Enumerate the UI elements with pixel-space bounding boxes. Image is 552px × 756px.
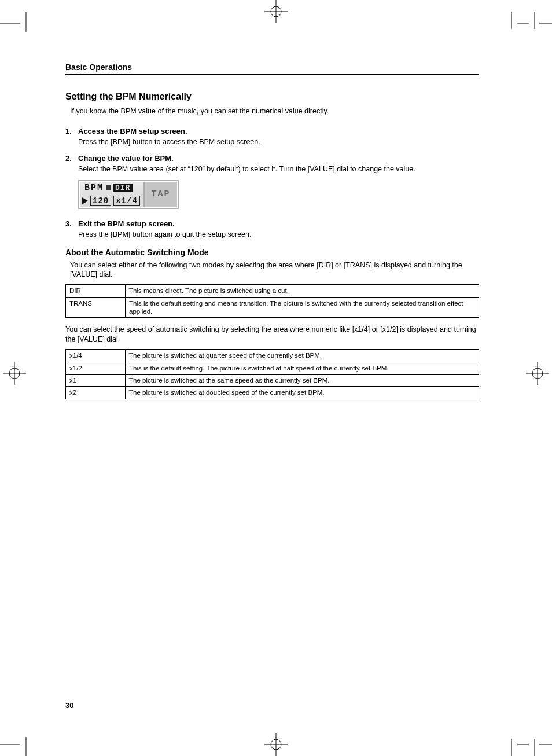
- steps-list: Access the BPM setup screen. Press the […: [65, 127, 479, 240]
- mode-key: DIR: [66, 285, 126, 297]
- page: Basic Operations Setting the BPM Numeric…: [0, 0, 552, 756]
- mode-desc: This is the default setting and means tr…: [126, 297, 479, 318]
- step-body: Press the [BPM] button again to quit the…: [78, 230, 479, 240]
- lcd-mode: DIR: [113, 184, 133, 192]
- blink-icon: [106, 185, 111, 190]
- section-intro: If you know the BPM value of the music, …: [70, 107, 479, 116]
- speed-table: x1/4 The picture is switched at quarter …: [65, 349, 479, 399]
- lcd-tap: TAP: [144, 182, 177, 207]
- subsection-title: About the Automatic Switching Mode: [65, 248, 479, 257]
- speed-key: x1/2: [66, 362, 126, 374]
- speed-intro: You can select the speed of automatic sw…: [65, 325, 479, 344]
- step-2: Change the value for BPM. Select the BPM…: [65, 154, 479, 212]
- crop-mark: [0, 12, 32, 35]
- crop-mark: [0, 733, 32, 756]
- speed-key: x1: [66, 374, 126, 386]
- section-title: Setting the BPM Numerically: [65, 91, 479, 102]
- speed-desc: The picture is switched at the same spee…: [126, 374, 479, 386]
- mode-desc: This means direct. The picture is switch…: [126, 285, 479, 297]
- running-head: Basic Operations: [65, 63, 479, 75]
- speed-key: x2: [66, 387, 126, 399]
- lcd-rate: x1/4: [113, 196, 140, 206]
- table-row: x2 The picture is switched at doubled sp…: [66, 387, 479, 399]
- table-row: TRANS This is the default setting and me…: [66, 297, 479, 318]
- step-title: Change the value for BPM.: [78, 154, 479, 163]
- page-number: 30: [65, 701, 73, 710]
- lcd-bpm-label: BPM: [84, 183, 104, 193]
- step-body: Select the BPM value area (set at “120” …: [78, 164, 479, 174]
- speed-key: x1/4: [66, 350, 126, 362]
- registration-mark: [526, 362, 549, 385]
- registration-mark: [264, 733, 288, 756]
- lcd-screenshot: BPM DIR 120 x1/4 TAP: [78, 180, 179, 209]
- registration-mark: [3, 362, 26, 385]
- step-body: Press the [BPM] button to access the BPM…: [78, 137, 479, 147]
- crop-mark: [511, 12, 552, 35]
- mode-table: DIR This means direct. The picture is sw…: [65, 284, 479, 318]
- table-row: x1 The picture is switched at the same s…: [66, 374, 479, 386]
- step-title: Access the BPM setup screen.: [78, 127, 479, 135]
- registration-mark: [264, 0, 288, 23]
- lcd-value: 120: [90, 196, 111, 206]
- crop-mark: [511, 733, 552, 756]
- table-row: x1/2 This is the default setting. The pi…: [66, 362, 479, 374]
- play-icon: [82, 197, 88, 204]
- mode-key: TRANS: [66, 297, 126, 318]
- speed-desc: The picture is switched at quarter speed…: [126, 350, 479, 362]
- step-1: Access the BPM setup screen. Press the […: [65, 127, 479, 147]
- table-row: DIR This means direct. The picture is sw…: [66, 285, 479, 297]
- mode-intro: You can select either of the following t…: [70, 260, 479, 280]
- speed-desc: The picture is switched at doubled speed…: [126, 387, 479, 399]
- table-row: x1/4 The picture is switched at quarter …: [66, 350, 479, 362]
- step-3: Exit the BPM setup screen. Press the [BP…: [65, 219, 479, 240]
- content-area: Basic Operations Setting the BPM Numeric…: [65, 63, 479, 406]
- speed-desc: This is the default setting. The picture…: [126, 362, 479, 374]
- step-title: Exit the BPM setup screen.: [78, 219, 479, 228]
